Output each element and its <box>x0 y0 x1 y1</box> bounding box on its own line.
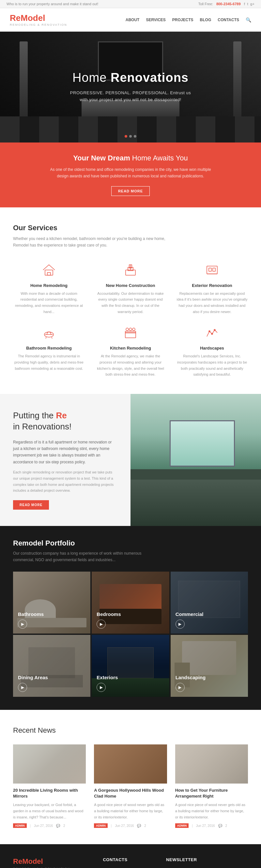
svg-line-12 <box>46 337 46 338</box>
nav-about[interactable]: About <box>125 18 140 22</box>
commercial-arrow[interactable]: ▶ <box>176 620 185 629</box>
footer-newsletter-col: Newsletter Sign up to stay up to date wi… <box>166 857 248 868</box>
news-image-2 <box>94 744 167 783</box>
news-comments-3: 2 <box>226 824 227 828</box>
banner-desc: As one of the oldest home and office rem… <box>49 166 212 180</box>
news-item-2: A Gorgeous Hollywood Hills Wood Clad Hom… <box>94 744 167 828</box>
news-title-1[interactable]: 20 Incredible Living Rooms with Mirrors <box>13 787 86 799</box>
footer-grid: ReModel Remodeling & Renovation While mo… <box>13 857 248 868</box>
service-home-name: Home Remodeling <box>13 283 85 288</box>
phone-label: Toll Free: <box>198 2 213 6</box>
bedrooms-arrow[interactable]: ▶ <box>96 620 106 629</box>
putting-desc-bold: Regardless of is it a full apartment or … <box>13 439 117 466</box>
nav-services[interactable]: Services <box>146 18 166 22</box>
services-title-bold: Services <box>28 224 57 232</box>
topbar-message: Who is to run your property around and m… <box>6 2 98 6</box>
service-exterior-name: Exterior Renovation <box>176 283 248 288</box>
exteriors-overlay: Exteriors ▶ <box>92 635 169 697</box>
service-bathroom-name: Bathroom Remodeling <box>13 346 85 350</box>
putting-left: Putting the Rein Renovations! Regardless… <box>0 394 130 526</box>
banner-title-normal: Home Awaits You <box>132 154 188 162</box>
service-hardscapes-name: Hardscapes <box>176 346 248 350</box>
footer: ReModel Remodeling & Renovation While mo… <box>0 844 261 868</box>
banner-read-more-button[interactable]: READ MORE <box>111 186 150 196</box>
logo-text: ReModel <box>10 13 67 23</box>
news-tag-1: Admin <box>13 823 27 828</box>
portfolio-grid: Bathrooms ▶ Bedrooms ▶ Commercial ▶ <box>13 571 248 697</box>
news-comments-icon-2: 💬 <box>137 824 141 828</box>
service-kitchen: Kitchen Remodeling At the Remodel agency… <box>95 324 166 378</box>
bathroom-icon <box>41 324 57 341</box>
portfolio-title: Remodel Portfolio <box>13 539 248 548</box>
news-comments-icon-1: 💬 <box>56 824 60 828</box>
services-desc: Whether you need a kitchen remodel, bath… <box>13 236 176 249</box>
bathrooms-arrow[interactable]: ▶ <box>18 620 27 629</box>
service-construction-desc: Accountability. Our determination to mak… <box>95 290 166 315</box>
landscaping-label: Landscaping <box>176 675 243 680</box>
news-desc-3: A good nice piece of wood never gets old… <box>175 802 248 820</box>
service-home-desc: With more than a decade of custom reside… <box>13 290 85 315</box>
portfolio-title-normal: Remodel <box>13 539 45 547</box>
svg-point-16 <box>126 328 128 331</box>
logo[interactable]: ReModel Remodeling & Renovation <box>10 13 67 26</box>
portfolio-item-landscaping[interactable]: Landscaping ▶ <box>171 635 248 697</box>
nav-contacts[interactable]: Contacts <box>218 18 239 22</box>
hero-dot-3[interactable] <box>134 135 136 137</box>
portfolio-title-bold: Portfolio <box>45 539 75 547</box>
news-item-3: How to Get Your Furniture Arrangement Ri… <box>175 744 248 828</box>
portfolio-item-dining[interactable]: Dining Areas ▶ <box>13 635 90 697</box>
service-kitchen-name: Kitchen Remodeling <box>95 346 166 350</box>
gplus-icon[interactable]: g+ <box>250 2 255 6</box>
news-separator-3: | <box>192 824 193 828</box>
facebook-icon[interactable]: f <box>244 2 245 6</box>
portfolio-item-bathrooms[interactable]: Bathrooms ▶ <box>13 571 90 633</box>
portfolio-item-bedrooms[interactable]: Bedrooms ▶ <box>92 571 169 633</box>
landscaping-arrow[interactable]: ▶ <box>176 683 185 692</box>
nav-links: About Services Projects Blog Contacts 🔍 <box>125 17 251 23</box>
portfolio-item-commercial[interactable]: Commercial ▶ <box>171 571 248 633</box>
exteriors-arrow[interactable]: ▶ <box>96 683 106 692</box>
portfolio-item-exteriors[interactable]: Exteriors ▶ <box>92 635 169 697</box>
orange-banner: Your New Dream Home Awaits You As one of… <box>0 143 261 207</box>
news-date-1: Jun 27, 2016 <box>34 824 53 828</box>
topbar-right: Toll Free: 800-2345-6789 f t g+ <box>198 2 255 6</box>
svg-point-17 <box>129 328 132 331</box>
dining-arrow[interactable]: ▶ <box>18 683 27 692</box>
news-title-3[interactable]: How to Get Your Furniture Arrangement Ri… <box>175 787 248 799</box>
putting-read-more-button[interactable]: READ MORE <box>13 500 49 510</box>
twitter-icon[interactable]: t <box>247 2 248 6</box>
svg-rect-1 <box>47 273 51 275</box>
svg-point-18 <box>133 328 135 331</box>
navbar: ReModel Remodeling & Renovation About Se… <box>0 8 261 32</box>
logo-re: Re <box>10 13 21 23</box>
hero-dot-1[interactable] <box>125 135 127 137</box>
service-home-remodeling: Home Remodeling With more than a decade … <box>13 262 85 315</box>
search-icon[interactable]: 🔍 <box>246 17 251 23</box>
news-comments-1: 2 <box>63 824 65 828</box>
nav-blog[interactable]: Blog <box>200 18 211 22</box>
footer-logo-re: Re <box>13 857 22 865</box>
news-date-3: Jun 27, 2016 <box>196 824 215 828</box>
svg-rect-6 <box>207 266 217 274</box>
service-hardscapes: Hardscapes Remodel's Landscape Services,… <box>176 324 248 378</box>
nav-projects[interactable]: Projects <box>172 18 194 22</box>
commercial-label: Commercial <box>176 611 243 617</box>
service-bathroom-desc: The Remodel agency is instrumental in pr… <box>13 353 85 371</box>
landscaping-overlay: Landscaping ▶ <box>171 635 248 697</box>
hero-title-normal: Home <box>72 71 111 85</box>
footer-contacts-title: Contacts <box>103 857 156 862</box>
putting-right <box>130 394 261 526</box>
news-desc-2: A good nice piece of wood never gets old… <box>94 802 167 820</box>
news-title-2[interactable]: A Gorgeous Hollywood Hills Wood Clad Hom… <box>94 787 167 799</box>
svg-line-13 <box>52 337 52 338</box>
hero-dot-2[interactable] <box>129 135 132 137</box>
hero-content: Home Renovations PROGRESSIVE. PERSONAL. … <box>68 71 193 103</box>
news-meta-1: Admin | Jun 27, 2016 💬 2 <box>13 823 86 828</box>
commercial-overlay: Commercial ▶ <box>171 571 248 633</box>
hero-dots <box>125 135 136 137</box>
news-grid: 20 Incredible Living Rooms with Mirrors … <box>13 744 248 828</box>
phone-number[interactable]: 800-2345-6789 <box>216 2 241 6</box>
news-image-1 <box>13 744 86 783</box>
portfolio-section: Remodel Portfolio Our construction compa… <box>0 526 261 710</box>
footer-logo-model: Model <box>22 857 43 865</box>
